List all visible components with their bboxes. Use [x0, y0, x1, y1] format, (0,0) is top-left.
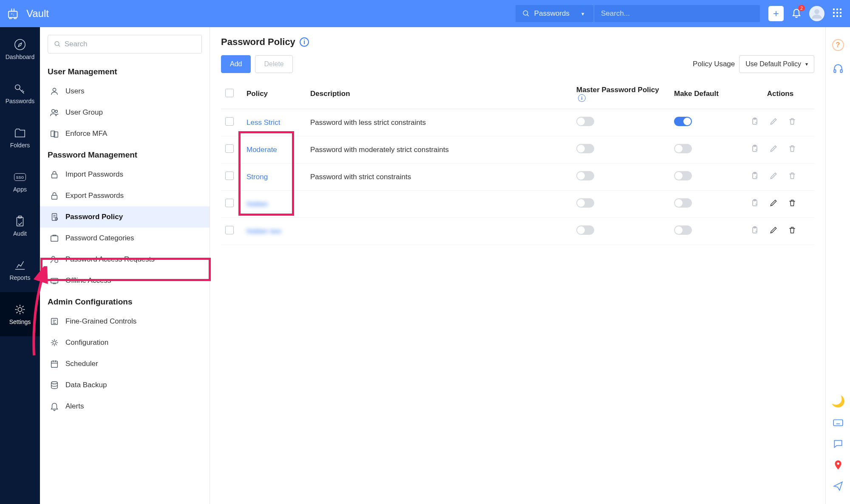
clipboard-icon[interactable]	[751, 199, 759, 209]
sidebar-item-alerts[interactable]: Alerts	[40, 396, 210, 417]
svg-point-33	[55, 218, 58, 220]
sso-icon: sso	[14, 171, 26, 183]
select-all-checkbox[interactable]	[225, 89, 234, 97]
make-default-toggle[interactable]	[674, 171, 692, 180]
info-icon[interactable]: i	[300, 37, 309, 47]
row-actions	[751, 199, 810, 209]
keyboard-icon[interactable]	[832, 417, 844, 428]
rail-item-reports[interactable]: Reports	[0, 248, 40, 292]
row-checkbox[interactable]	[225, 117, 234, 126]
policy-usage-value: Use Default Policy	[745, 60, 801, 68]
svg-point-6	[523, 11, 528, 15]
sidebar-item-password-policy[interactable]: Password Policy	[40, 206, 210, 228]
svg-point-39	[53, 341, 56, 344]
column-header-make-default: Make Default	[670, 79, 746, 109]
sidebar-item-password-access-requests[interactable]: Password Access Requests	[40, 249, 210, 270]
make-default-toggle[interactable]	[674, 144, 692, 153]
sidebar-item-offline-access[interactable]: Offline Access	[40, 270, 210, 291]
policy-link[interactable]: hidden	[246, 200, 268, 208]
column-header-description: Description	[306, 79, 572, 109]
delete-button[interactable]: Delete	[255, 55, 292, 73]
sidebar-item-enforce-mfa[interactable]: Enforce MFA	[40, 123, 210, 144]
svg-point-35	[52, 256, 55, 259]
clipboard-icon[interactable]	[751, 226, 759, 237]
rail-item-audit[interactable]: Audit	[0, 204, 40, 248]
trash-icon[interactable]	[788, 172, 796, 182]
trash-icon[interactable]	[788, 117, 796, 128]
edit-icon[interactable]	[769, 199, 778, 209]
rail-item-passwords[interactable]: Passwords	[0, 71, 40, 115]
svg-point-27	[55, 110, 58, 113]
global-search-input[interactable]	[594, 5, 760, 22]
edit-icon[interactable]	[769, 117, 778, 128]
svg-rect-37	[51, 279, 58, 283]
rail-item-dashboard[interactable]: Dashboard	[0, 27, 40, 71]
add-new-button[interactable]: +	[768, 6, 784, 21]
user-avatar[interactable]	[809, 6, 824, 21]
map-pin-icon[interactable]	[832, 459, 844, 471]
svg-line-24	[58, 45, 60, 46]
clipboard-icon[interactable]	[751, 117, 759, 128]
sidebar-item-label: Fine-Grained Controls	[65, 317, 136, 326]
make-default-toggle[interactable]	[674, 198, 692, 208]
apps-grid-button[interactable]	[832, 8, 842, 20]
sidebar-item-password-categories[interactable]: Password Categories	[40, 228, 210, 249]
sidebar-item-import-passwords[interactable]: Import Passwords	[40, 164, 210, 185]
chevron-down-icon: ▾	[805, 61, 808, 67]
policy-link[interactable]: hidden two	[246, 227, 281, 235]
rail-item-apps[interactable]: sso Apps	[0, 160, 40, 204]
sidebar-item-fine-grained-controls[interactable]: Fine-Grained Controls	[40, 311, 210, 332]
policy-link[interactable]: Strong	[246, 173, 268, 181]
row-checkbox[interactable]	[225, 172, 234, 180]
sidebar-item-user-group[interactable]: User Group	[40, 102, 210, 123]
svg-point-3	[10, 18, 11, 20]
trash-icon[interactable]	[788, 199, 796, 209]
make-default-toggle[interactable]	[674, 117, 692, 126]
svg-point-36	[55, 259, 58, 262]
sidebar-search-input[interactable]	[65, 40, 196, 48]
master-policy-toggle[interactable]	[576, 144, 594, 153]
sidebar-item-configuration[interactable]: Configuration	[40, 332, 210, 353]
headset-icon[interactable]	[832, 63, 844, 75]
moon-icon[interactable]: 🌙	[832, 395, 844, 407]
row-checkbox[interactable]	[225, 144, 234, 153]
make-default-toggle[interactable]	[674, 225, 692, 235]
master-policy-toggle[interactable]	[576, 171, 594, 180]
sidebar-search[interactable]	[48, 35, 202, 53]
chat-icon[interactable]	[832, 438, 844, 450]
trash-icon[interactable]	[788, 226, 796, 237]
svg-point-22	[18, 307, 22, 311]
sidebar-item-export-passwords[interactable]: Export Passwords	[40, 185, 210, 206]
chart-icon	[14, 259, 26, 272]
clipboard-icon[interactable]	[751, 144, 759, 155]
rail-item-settings[interactable]: Settings	[0, 292, 40, 336]
trash-icon[interactable]	[788, 144, 796, 155]
row-checkbox[interactable]	[225, 226, 234, 234]
edit-icon[interactable]	[769, 226, 778, 237]
policy-usage-dropdown[interactable]: Use Default Policy ▾	[739, 55, 814, 73]
policy-link[interactable]: Moderate	[246, 146, 277, 154]
rail-item-label: Settings	[9, 318, 31, 325]
master-policy-toggle[interactable]	[576, 198, 594, 208]
sidebar-item-data-backup[interactable]: Data Backup	[40, 374, 210, 396]
help-icon[interactable]: ?	[832, 39, 844, 51]
sidebar-item-users[interactable]: Users	[40, 81, 210, 102]
clipboard-icon[interactable]	[751, 172, 759, 182]
master-policy-toggle[interactable]	[576, 117, 594, 126]
master-policy-toggle[interactable]	[576, 225, 594, 235]
search-type-selector[interactable]: Passwords ▾	[516, 5, 594, 22]
sidebar-item-scheduler[interactable]: Scheduler	[40, 353, 210, 374]
row-checkbox[interactable]	[225, 199, 234, 207]
rail-item-folders[interactable]: Folders	[0, 115, 40, 160]
edit-icon[interactable]	[769, 172, 778, 182]
notifications-button[interactable]: 2	[791, 8, 802, 20]
header-actions: + 2	[768, 6, 842, 21]
policy-link[interactable]: Less Strict	[246, 118, 280, 127]
add-button[interactable]: Add	[221, 55, 251, 73]
svg-rect-11	[840, 8, 842, 10]
rail-item-label: Passwords	[6, 98, 34, 104]
info-icon[interactable]: i	[578, 94, 586, 102]
send-icon[interactable]	[832, 480, 844, 492]
edit-icon[interactable]	[769, 144, 778, 155]
access-icon	[49, 254, 60, 265]
